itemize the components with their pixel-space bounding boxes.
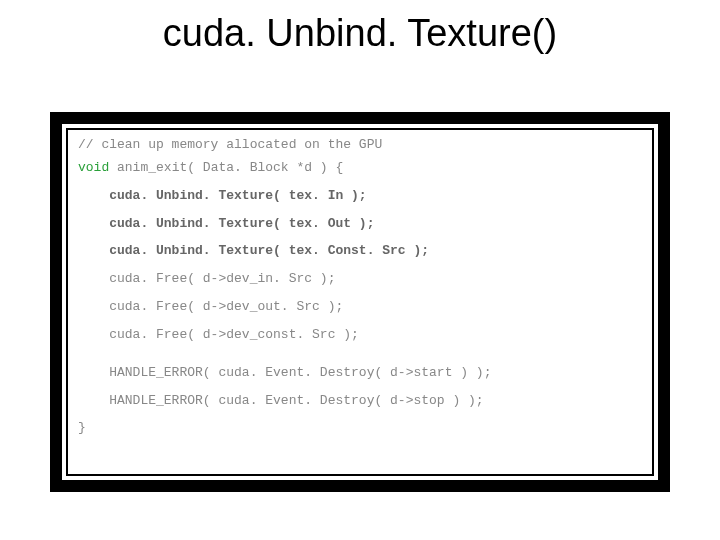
code-line: cuda. Free( d->dev_in. Src ); [78, 270, 642, 289]
code-line: HANDLE_ERROR( cuda. Event. Destroy( d->s… [78, 392, 642, 411]
code-line: void anim_exit( Data. Block *d ) { [78, 159, 642, 178]
code-line: } [78, 419, 642, 438]
code-frame-mid: // clean up memory allocated on the GPU … [62, 124, 658, 480]
code-line: cuda. Unbind. Texture( tex. Out ); [78, 215, 642, 234]
code-frame-outer: // clean up memory allocated on the GPU … [50, 112, 670, 492]
code-line: cuda. Free( d->dev_out. Src ); [78, 298, 642, 317]
code-line: cuda. Unbind. Texture( tex. Const. Src )… [78, 242, 642, 261]
blank-line [78, 354, 642, 364]
code-block: // clean up memory allocated on the GPU … [66, 128, 654, 476]
slide: cuda. Unbind. Texture() // clean up memo… [0, 0, 720, 540]
code-line: cuda. Unbind. Texture( tex. In ); [78, 187, 642, 206]
code-line: cuda. Free( d->dev_const. Src ); [78, 326, 642, 345]
slide-title: cuda. Unbind. Texture() [0, 12, 720, 55]
code-line: HANDLE_ERROR( cuda. Event. Destroy( d->s… [78, 364, 642, 383]
code-comment: // clean up memory allocated on the GPU [78, 136, 642, 155]
